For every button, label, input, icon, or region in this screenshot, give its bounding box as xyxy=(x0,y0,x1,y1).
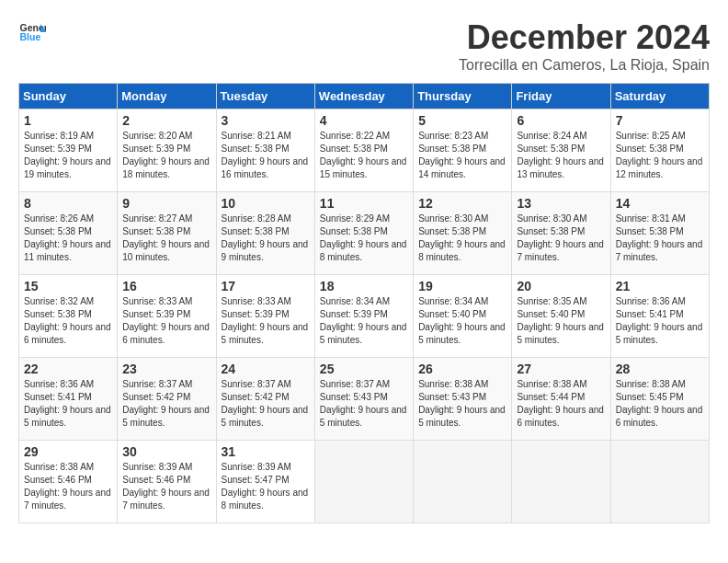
calendar-cell-23: 23Sunrise: 8:37 AMSunset: 5:42 PMDayligh… xyxy=(118,358,216,441)
week-row-2: 8Sunrise: 8:26 AMSunset: 5:38 PMDaylight… xyxy=(19,192,710,275)
calendar-cell-9: 9Sunrise: 8:27 AMSunset: 5:38 PMDaylight… xyxy=(118,192,216,275)
calendar-cell-3: 3Sunrise: 8:21 AMSunset: 5:38 PMDaylight… xyxy=(216,109,314,192)
month-title: December 2024 xyxy=(459,18,710,57)
col-monday: Monday xyxy=(118,84,216,109)
calendar-cell-12: 12Sunrise: 8:30 AMSunset: 5:38 PMDayligh… xyxy=(414,192,512,275)
calendar-cell-6: 6Sunrise: 8:24 AMSunset: 5:38 PMDaylight… xyxy=(512,109,610,192)
calendar-table: Sunday Monday Tuesday Wednesday Thursday… xyxy=(18,83,710,523)
logo: General Blue xyxy=(18,18,46,46)
calendar-header-row: Sunday Monday Tuesday Wednesday Thursday… xyxy=(19,84,710,109)
calendar-cell-11: 11Sunrise: 8:29 AMSunset: 5:38 PMDayligh… xyxy=(314,192,413,275)
svg-text:Blue: Blue xyxy=(20,31,41,42)
col-sunday: Sunday xyxy=(19,84,118,109)
logo-icon: General Blue xyxy=(18,18,46,46)
calendar-cell-16: 16Sunrise: 8:33 AMSunset: 5:39 PMDayligh… xyxy=(118,275,216,358)
calendar-cell-26: 26Sunrise: 8:38 AMSunset: 5:43 PMDayligh… xyxy=(414,358,512,441)
calendar-cell-27: 27Sunrise: 8:38 AMSunset: 5:44 PMDayligh… xyxy=(512,358,610,441)
calendar-cell-20: 20Sunrise: 8:35 AMSunset: 5:40 PMDayligh… xyxy=(512,275,610,358)
calendar-cell-14: 14Sunrise: 8:31 AMSunset: 5:38 PMDayligh… xyxy=(610,192,709,275)
col-wednesday: Wednesday xyxy=(314,84,413,109)
calendar-cell-24: 24Sunrise: 8:37 AMSunset: 5:42 PMDayligh… xyxy=(216,358,314,441)
calendar-cell-15: 15Sunrise: 8:32 AMSunset: 5:38 PMDayligh… xyxy=(19,275,118,358)
calendar-cell-17: 17Sunrise: 8:33 AMSunset: 5:39 PMDayligh… xyxy=(216,275,314,358)
calendar-cell-31: 31Sunrise: 8:39 AMSunset: 5:47 PMDayligh… xyxy=(216,441,314,523)
col-friday: Friday xyxy=(512,84,610,109)
location-title: Torrecilla en Cameros, La Rioja, Spain xyxy=(459,57,710,74)
calendar-cell-5: 5Sunrise: 8:23 AMSunset: 5:38 PMDaylight… xyxy=(414,109,512,192)
calendar-cell-29: 29Sunrise: 8:38 AMSunset: 5:46 PMDayligh… xyxy=(19,441,118,523)
col-tuesday: Tuesday xyxy=(216,84,314,109)
col-saturday: Saturday xyxy=(610,84,709,109)
title-area: December 2024 Torrecilla en Cameros, La … xyxy=(459,18,710,74)
calendar-cell-13: 13Sunrise: 8:30 AMSunset: 5:38 PMDayligh… xyxy=(512,192,610,275)
calendar-cell-8: 8Sunrise: 8:26 AMSunset: 5:38 PMDaylight… xyxy=(19,192,118,275)
col-thursday: Thursday xyxy=(414,84,512,109)
week-row-3: 15Sunrise: 8:32 AMSunset: 5:38 PMDayligh… xyxy=(19,275,710,358)
calendar-cell-10: 10Sunrise: 8:28 AMSunset: 5:38 PMDayligh… xyxy=(216,192,314,275)
calendar-cell-28: 28Sunrise: 8:38 AMSunset: 5:45 PMDayligh… xyxy=(610,358,709,441)
calendar-cell-4: 4Sunrise: 8:22 AMSunset: 5:38 PMDaylight… xyxy=(314,109,413,192)
calendar-cell-21: 21Sunrise: 8:36 AMSunset: 5:41 PMDayligh… xyxy=(610,275,709,358)
calendar-cell-empty xyxy=(314,441,413,523)
calendar-cell-1: 1Sunrise: 8:19 AMSunset: 5:39 PMDaylight… xyxy=(19,109,118,192)
calendar-cell-19: 19Sunrise: 8:34 AMSunset: 5:40 PMDayligh… xyxy=(414,275,512,358)
calendar-cell-18: 18Sunrise: 8:34 AMSunset: 5:39 PMDayligh… xyxy=(314,275,413,358)
page-header: General Blue December 2024 Torrecilla en… xyxy=(18,18,710,74)
calendar-cell-2: 2Sunrise: 8:20 AMSunset: 5:39 PMDaylight… xyxy=(118,109,216,192)
calendar-cell-empty xyxy=(512,441,610,523)
calendar-body: 1Sunrise: 8:19 AMSunset: 5:39 PMDaylight… xyxy=(19,109,710,523)
week-row-4: 22Sunrise: 8:36 AMSunset: 5:41 PMDayligh… xyxy=(19,358,710,441)
week-row-5: 29Sunrise: 8:38 AMSunset: 5:46 PMDayligh… xyxy=(19,441,710,523)
calendar-cell-empty xyxy=(414,441,512,523)
week-row-1: 1Sunrise: 8:19 AMSunset: 5:39 PMDaylight… xyxy=(19,109,710,192)
calendar-cell-7: 7Sunrise: 8:25 AMSunset: 5:38 PMDaylight… xyxy=(610,109,709,192)
calendar-cell-30: 30Sunrise: 8:39 AMSunset: 5:46 PMDayligh… xyxy=(118,441,216,523)
calendar-cell-empty xyxy=(610,441,709,523)
calendar-cell-25: 25Sunrise: 8:37 AMSunset: 5:43 PMDayligh… xyxy=(314,358,413,441)
calendar-cell-22: 22Sunrise: 8:36 AMSunset: 5:41 PMDayligh… xyxy=(19,358,118,441)
